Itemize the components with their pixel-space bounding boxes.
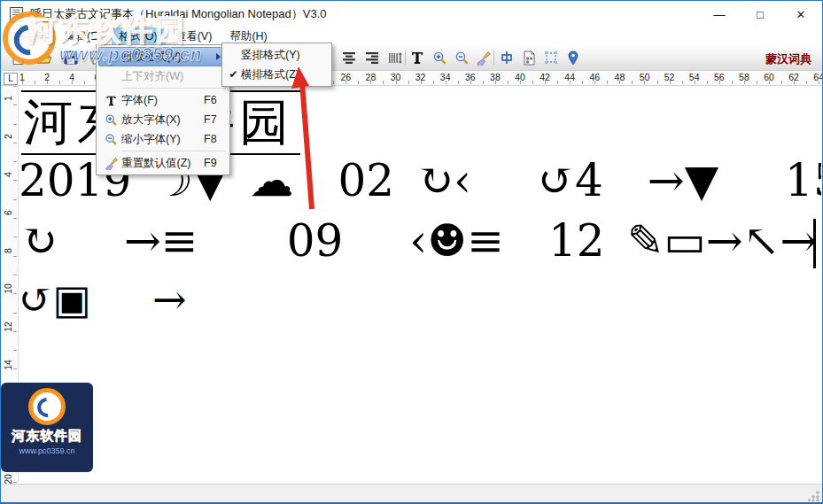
h-ruler-number: 54 [689,72,700,82]
menu-separator [122,88,226,89]
submenu-arrow-icon [216,53,221,60]
h-ruler-number: 60 [764,72,774,82]
submenu-item-horizontal-format[interactable]: ✔ 横排格式(Z) [224,65,330,84]
menu-bar: 文件(F) 编辑(E) 格式(O) 查看(V) 帮助(H) [1,27,822,46]
zoom-in-icon[interactable] [430,49,449,66]
h-ruler-number: 38 [490,72,501,82]
v-ruler-number: 12 [3,322,13,332]
document-line: ↺▣ → [19,275,187,323]
title-bar: 呼日太蒙古文记事本（Huraldai Mongolian Notepad）V3.… [1,1,822,27]
menu-format[interactable]: 格式(O) [112,27,166,46]
page-color-icon[interactable] [519,49,539,66]
menu-view[interactable]: 查看(V) [167,27,221,46]
window-controls: — □ ✕ [699,1,821,27]
vertical-ruler: 12468101214161820 [2,86,19,484]
menu-item-enlarge-font[interactable]: 放大字体(X) F7 [98,110,228,129]
align-right-icon[interactable] [362,49,382,66]
menu-separator [122,151,226,151]
h-ruler-number: 26 [340,72,351,82]
h-ruler-number: 1 [19,72,25,82]
selection-box-icon[interactable] [541,49,561,66]
menu-item-layout-format[interactable]: 排版格式(V) [98,47,228,66]
format-menu-popup: 排版格式(V) 上下对齐(W) 字体(F) F6 放大字体(X) F7 [96,44,230,175]
h-ruler-number: 42 [540,72,550,82]
status-bar [1,484,822,503]
zoom-out-icon [101,133,121,146]
menu-shortcut: F6 [204,94,223,106]
menu-shortcut: F9 [204,157,223,169]
save-icon[interactable] [61,49,81,66]
ruler-corner-button[interactable]: L [4,73,18,85]
format-brush-icon [101,157,121,170]
submenu-item-vertical-format[interactable]: 竖排格式(Y) [224,45,330,65]
vertical-ruler-ticks [13,86,17,484]
v-ruler-number: 14 [3,360,13,370]
h-ruler-number: 52 [664,72,675,82]
h-ruler-number: 48 [615,72,625,82]
h-ruler-number: 4 [69,72,74,82]
menu-item-shrink-font[interactable]: 缩小字体(Y) F8 [98,129,228,149]
zoom-out-icon[interactable] [452,49,471,66]
v-ruler-number: 16 [3,398,13,408]
h-ruler-number: 32 [415,72,426,82]
menu-edit[interactable]: 编辑(E) [57,27,110,46]
v-ruler-number: 2 [3,131,13,142]
font-icon [101,95,121,106]
open-folder-icon[interactable] [35,49,54,66]
v-ruler-number: 1 [3,93,13,104]
format-brush-icon[interactable] [473,49,493,66]
app-window: 呼日太蒙古文记事本（Huraldai Mongolian Notepad）V3.… [0,0,823,504]
h-ruler-number: 58 [739,72,749,82]
h-ruler-number: 34 [440,72,451,82]
v-ruler-number: 4 [3,169,13,180]
v-ruler-number: 10 [3,283,13,294]
h-ruler-number: 2 [44,72,50,82]
pin-icon[interactable] [563,49,583,66]
resize-grip-icon[interactable] [808,490,819,501]
minimize-button[interactable]: — [699,1,740,27]
line-spacing-icon[interactable] [385,49,405,66]
menu-item-vertical-align[interactable]: 上下对齐(W) [98,66,228,86]
center-marker-icon[interactable] [497,49,516,66]
close-button[interactable]: ✕ [780,1,821,27]
font-icon[interactable] [408,49,427,66]
menu-shortcut: F7 [204,113,223,126]
v-ruler-number: 8 [3,245,13,256]
app-icon [9,7,24,22]
h-ruler-number: 30 [391,72,401,82]
h-ruler-number: 64 [813,72,823,82]
v-ruler-number: 6 [3,207,13,218]
h-ruler-number: 46 [589,72,600,82]
v-ruler-number: 18 [3,436,13,446]
h-ruler-number: 62 [788,72,799,82]
document-line: ↻ →≡ 09 ‹☻≡ 12 ✎▭→↖→≡→ 03 [20,215,821,267]
menu-item-font[interactable]: 字体(F) F6 [98,90,228,110]
zoom-in-icon [101,113,121,127]
h-ruler-number: 56 [714,72,725,82]
text-caret [813,219,816,268]
checkmark-icon: ✔ [226,68,241,81]
maximize-button[interactable]: □ [740,1,780,27]
toolbar-separator [405,50,406,65]
window-title: 呼日太蒙古文记事本（Huraldai Mongolian Notepad）V3.… [30,6,327,22]
toolbar-separator [493,50,494,65]
h-ruler-number: 36 [465,72,476,82]
h-ruler-number: 44 [564,72,575,82]
new-document-icon[interactable] [8,49,27,66]
layout-format-submenu: 竖排格式(Y) ✔ 横排格式(Z) [221,43,332,87]
h-ruler-number: 28 [366,72,377,82]
menu-shortcut: F8 [204,133,223,145]
h-ruler-number: 50 [640,72,650,82]
menu-file[interactable]: 文件(F) [3,27,55,46]
mongolian-chinese-dictionary-button[interactable]: 蒙汉词典 [762,50,815,68]
menu-item-reset-defaults[interactable]: 重置默认值(Z) F9 [98,153,228,173]
align-center-icon[interactable] [339,49,359,66]
h-ruler-number: 40 [515,72,525,82]
